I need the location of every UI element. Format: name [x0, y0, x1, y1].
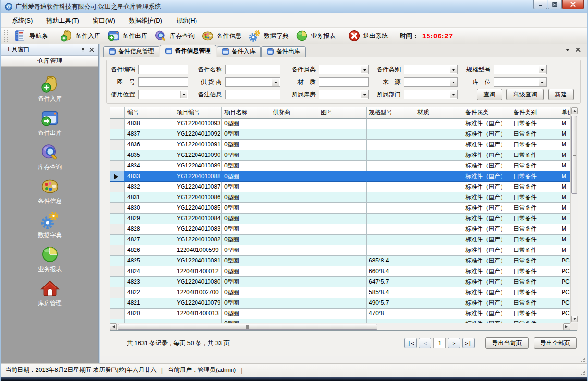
tab-list-dropdown-icon[interactable] — [566, 49, 570, 53]
last-page-button[interactable]: >| — [462, 338, 475, 348]
column-header-7[interactable]: 材质 — [415, 107, 463, 119]
use-position-select[interactable] — [138, 90, 188, 99]
toolbar-button-navbar[interactable]: 导航条 — [11, 28, 51, 43]
grid-row[interactable]: 4835YG122040100900型圈标准件（国产）日常备件M — [110, 150, 570, 161]
grid-row[interactable]: 4821YG122040100790型圈490*5.7标准件（国产）日常备件PC — [110, 298, 570, 309]
tab-parts-inbound[interactable]: 备件入库 — [217, 46, 261, 57]
chevron-down-icon[interactable] — [450, 66, 457, 73]
toolbar-button-parts-info[interactable]: 备件信息 — [198, 28, 245, 43]
grid-row[interactable]: 4832YG122040100870型圈标准件（国产）日常备件M — [110, 182, 570, 192]
export-current-page-button[interactable]: 导出当前页 — [485, 337, 529, 349]
sidebar-item-report[interactable]: 业务报表 — [1, 245, 98, 274]
menu-item[interactable]: 辅助工具(T) — [39, 14, 86, 27]
grid-row[interactable]: 4834YG122040100890型圈标准件（国产）日常备件M — [110, 161, 570, 171]
grid-row[interactable]: 482212204010027000型圈585*8.4标准件（国产）日常备件PC — [110, 287, 570, 298]
spec-model-select[interactable] — [494, 65, 547, 74]
scroll-left-icon[interactable] — [110, 323, 117, 330]
grid-row[interactable]: 4823YG122040100800型圈647*5.7标准件（国产）日常备件PC — [110, 277, 570, 287]
minimize-button[interactable] — [533, 0, 547, 9]
part-name-input[interactable] — [225, 65, 280, 74]
warehouse-select[interactable] — [319, 90, 369, 99]
new-button[interactable]: 新建 — [548, 89, 574, 100]
location-select[interactable] — [494, 77, 547, 87]
pin-icon[interactable] — [79, 46, 86, 54]
chevron-down-icon[interactable] — [180, 91, 187, 98]
grid-row[interactable]: 4828YG122040100830型圈标准件（国产）日常备件M — [110, 224, 570, 235]
material-input[interactable] — [319, 77, 369, 87]
column-header-9[interactable]: 备件类别 — [511, 107, 559, 119]
toolbar-button-parts-inbound[interactable]: 备件入库 — [57, 28, 104, 43]
tab-parts-outbound[interactable]: 备件出库 — [261, 46, 306, 57]
grid-row[interactable]: 4838YG122040100930型圈标准件（国产）日常备件M — [110, 119, 570, 129]
toolbar-grip[interactable] — [4, 30, 8, 42]
close-button[interactable] — [562, 0, 584, 9]
next-page-button[interactable]: > — [448, 338, 460, 348]
menu-item[interactable]: 数据维护(D) — [122, 14, 169, 27]
column-header-2[interactable]: 项目编号 — [174, 107, 222, 119]
grid-row[interactable]: 4836YG122040100910型圈标准件（国产）日常备件M — [110, 140, 570, 150]
drawing-no-input[interactable] — [138, 77, 188, 87]
supplier-select[interactable] — [225, 77, 280, 87]
vscroll-thumb[interactable] — [571, 116, 577, 194]
sidebar-item-parts-outbound[interactable]: 备件出库 — [1, 108, 98, 138]
source-select[interactable] — [404, 77, 458, 87]
chevron-down-icon[interactable] — [539, 78, 546, 86]
hscroll-thumb[interactable] — [118, 324, 377, 330]
chevron-down-icon[interactable] — [361, 91, 368, 98]
chevron-down-icon[interactable] — [450, 78, 457, 86]
remark-input[interactable] — [225, 90, 280, 99]
part-code-input[interactable] — [138, 65, 188, 74]
chevron-down-icon[interactable] — [361, 66, 368, 73]
sidebar-item-parts-info[interactable]: 备件信息 — [1, 177, 98, 206]
horizontal-scrollbar[interactable] — [110, 323, 570, 330]
grid-row[interactable]: 4833YG122040100880型圈标准件（国产）日常备件M — [110, 171, 570, 182]
export-all-pages-button[interactable]: 导出全部页 — [534, 337, 577, 349]
part-class-select[interactable] — [404, 65, 458, 74]
menu-item[interactable]: 帮助(H) — [169, 14, 204, 27]
column-header-8[interactable]: 备件属类 — [463, 107, 511, 119]
prev-page-button[interactable]: < — [419, 338, 431, 348]
grid-row[interactable]: 4829YG122040100840型圈标准件（国产）日常备件M — [110, 214, 570, 224]
tab-parts-info-mgmt-2[interactable]: 备件信息管理 — [160, 45, 216, 57]
grid-row[interactable]: 4827YG122040100820型圈标准件（国产）日常备件M — [110, 235, 570, 245]
sidebar-item-warehouse[interactable]: 库房管理 — [1, 279, 98, 309]
scroll-down-icon[interactable] — [571, 316, 578, 322]
sidebar-item-stock-query[interactable]: 库存查询 — [1, 143, 98, 172]
scroll-up-icon[interactable] — [571, 107, 578, 114]
department-select[interactable] — [404, 90, 458, 99]
grid-row[interactable]: 4830YG122040100850型圈标准件（国产）日常备件M — [110, 203, 570, 214]
column-header-1[interactable]: 编号 — [125, 107, 174, 119]
chevron-down-icon[interactable] — [539, 66, 546, 73]
chevron-down-icon[interactable] — [450, 91, 457, 98]
scroll-right-icon[interactable] — [564, 323, 570, 330]
toolbar-button-report[interactable]: 业务报表 — [292, 28, 339, 43]
toolbar-button-stock-query[interactable]: 库存查询 — [151, 28, 198, 43]
sidebar-item-data-dict[interactable]: 数据字典 — [1, 211, 98, 240]
maximize-button[interactable] — [548, 0, 562, 9]
column-header-4[interactable]: 供货商 — [270, 107, 318, 119]
toolbar-button-exit[interactable]: 退出系统 — [344, 28, 392, 43]
tab-parts-info-mgmt-1[interactable]: 备件信息管理 — [103, 46, 159, 57]
tab-close-icon[interactable] — [576, 47, 581, 54]
part-category-select[interactable] — [319, 65, 369, 74]
column-header-6[interactable]: 规格型号 — [367, 107, 415, 119]
column-header-5[interactable]: 图号 — [318, 107, 367, 119]
vertical-scrollbar[interactable] — [570, 107, 578, 323]
grid-row[interactable]: 482012204014000130型圈470*8标准件（国产）日常备件PC — [110, 309, 570, 319]
toolbar-button-parts-outbound[interactable]: 备件出库 — [104, 28, 151, 43]
grid-row[interactable]: 4825YG122040100810型圈685*8.4标准件（国产）日常备件PC — [110, 256, 570, 266]
grid-row[interactable]: 482612204010005990型圈标准件（国产）日常备件M — [110, 245, 570, 256]
grid-row[interactable]: 4837YG122040100920型圈标准件（国产）日常备件M — [110, 129, 570, 140]
query-button[interactable]: 查询 — [477, 89, 502, 100]
sidebar-item-parts-inbound[interactable]: 备件入库 — [1, 74, 98, 104]
grid-row[interactable]: 4831YG122040100860型圈标准件（国产）日常备件M — [110, 192, 570, 203]
grid-row[interactable]: 482412204014000120型圈660*8.4标准件（国产）日常备件PC — [110, 266, 570, 277]
menu-item[interactable]: 系统(S) — [5, 14, 39, 27]
first-page-button[interactable]: |< — [404, 338, 417, 348]
toolbar-button-data-dict[interactable]: 数据字典 — [245, 28, 292, 43]
chevron-down-icon[interactable] — [272, 78, 279, 86]
close-icon[interactable] — [88, 46, 96, 54]
menu-item[interactable]: 窗口(W) — [86, 14, 122, 27]
advanced-query-button[interactable]: 高级查询 — [506, 89, 544, 100]
page-number-input[interactable] — [433, 338, 446, 348]
